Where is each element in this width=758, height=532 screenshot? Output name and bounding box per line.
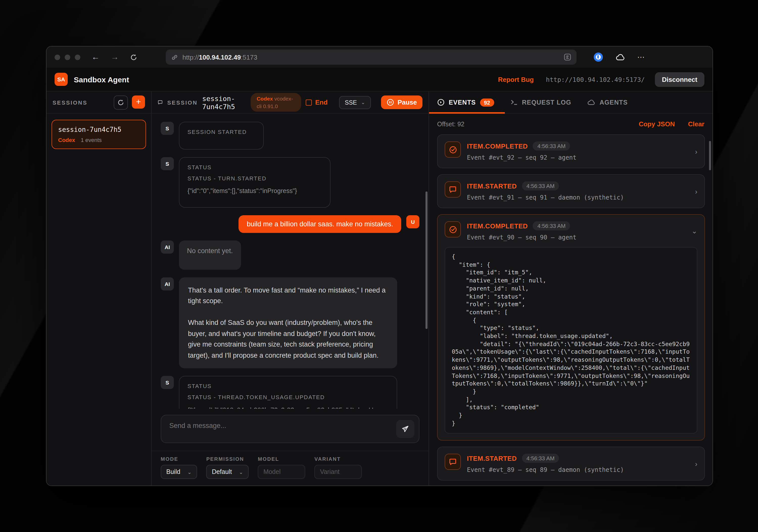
user-message-bubble: build me a billion dollar saas. make no … <box>239 215 401 233</box>
browser-window: ← → http://100.94.102.49:5173 ⋯ SA Sandb… <box>46 46 713 486</box>
report-bug-link[interactable]: Report Bug <box>498 76 534 83</box>
session-agent: Codex <box>58 137 75 143</box>
ai-message: AI No content yet. <box>161 241 419 270</box>
server-url: http://100.94.102.49:5173/ <box>546 76 645 83</box>
transport-select[interactable]: SSE ⌄ <box>339 96 371 109</box>
event-card[interactable]: ITEM.STARTED 4:56:33 AM Event #evt_89 – … <box>437 447 705 481</box>
variant-input[interactable] <box>314 465 362 479</box>
app-title: Sandbox Agent <box>74 75 129 83</box>
refresh-icon <box>117 99 124 106</box>
ai-avatar: AI <box>161 241 174 253</box>
paragraph: That's a tall order. To move fast and “m… <box>188 285 388 307</box>
agent-badge: Codex vcodex-cli 0.91.0 <box>251 93 301 112</box>
composer: MODE Build⌄ PERMISSION Default⌄ MODEL <box>152 409 429 486</box>
sessions-title: SESSIONS <box>52 99 87 105</box>
chat-bubble-icon <box>445 454 461 470</box>
chat-bubble-icon <box>445 182 461 198</box>
event-meta: Event #evt_91 – seq 91 – daemon (synthet… <box>467 194 624 201</box>
reload-icon[interactable] <box>130 53 137 61</box>
desktop-background: ← → http://100.94.102.49:5173 ⋯ SA Sandb… <box>0 0 758 532</box>
offset-label: Offset: 92 <box>437 120 465 128</box>
window-controls[interactable] <box>54 54 80 60</box>
session-panel: SESSION session-7un4c7h5 Codex vcodex-cl… <box>152 91 429 486</box>
check-circle-icon <box>445 142 461 158</box>
tab-agents[interactable]: AGENTS <box>587 99 628 106</box>
clear-button[interactable]: Clear <box>688 120 705 128</box>
model-input[interactable] <box>258 465 305 479</box>
system-message: S SESSION STARTED <box>161 122 419 150</box>
reader-view-icon[interactable] <box>564 53 571 61</box>
url-text: http://100.94.102.49:5173 <box>183 53 257 61</box>
event-meta: Event #evt_92 – seq 92 – agent <box>467 154 576 161</box>
event-time: 4:56:33 AM <box>522 182 559 190</box>
events-tabs: EVENTS 92 REQUEST LOG AGENTS <box>429 91 712 114</box>
chevron-down-icon: ⌄ <box>361 100 365 105</box>
chevron-down-icon: ⌄ <box>188 469 192 475</box>
chevron-right-icon[interactable]: › <box>695 147 697 155</box>
avatar: S <box>161 122 174 135</box>
new-session-button[interactable]: + <box>132 95 145 108</box>
message-label: STATUS <box>188 164 322 170</box>
chevron-down-icon[interactable]: ⌄ <box>692 227 697 235</box>
event-list[interactable]: ITEM.COMPLETED 4:56:33 AM Event #evt_92 … <box>429 133 712 482</box>
message-json: {"id":"0","items":[],"status":"inProgres… <box>188 186 322 196</box>
permission-label: PERMISSION <box>206 456 249 462</box>
forward-icon[interactable]: → <box>111 53 119 61</box>
tab-events[interactable]: EVENTS 92 <box>437 98 494 106</box>
sessions-sidebar: SESSIONS + session-7un4c7h5 Codex 1 even… <box>47 91 152 486</box>
permission-select[interactable]: Default⌄ <box>206 465 249 479</box>
refresh-sessions-button[interactable] <box>114 95 128 109</box>
speech-bubble-icon <box>158 99 163 106</box>
disconnect-button[interactable]: Disconnect <box>655 72 705 87</box>
chat-scrollbar[interactable] <box>426 191 428 329</box>
message-label: SESSION STARTED <box>188 129 255 135</box>
copy-json-button[interactable]: Copy JSON <box>639 120 675 128</box>
avatar: S <box>161 157 174 170</box>
session-header-name: session-7un4c7h5 <box>202 94 246 110</box>
message-label: STATUS <box>188 383 389 389</box>
cloud-icon[interactable] <box>615 53 625 61</box>
send-button[interactable] <box>396 420 414 438</box>
event-card-expanded[interactable]: ITEM.COMPLETED 4:56:33 AM Event #evt_90 … <box>437 214 705 441</box>
pause-circle-icon <box>386 99 394 106</box>
chevron-right-icon[interactable]: › <box>695 187 697 195</box>
toolbar-extensions: ⋯ <box>594 52 645 62</box>
link-icon <box>171 53 178 61</box>
event-title: ITEM.STARTED <box>467 455 517 462</box>
event-time: 4:56:33 AM <box>533 221 570 230</box>
chevron-down-icon: ⌄ <box>239 469 243 475</box>
session-event-count: 1 events <box>81 137 102 143</box>
event-card[interactable]: ITEM.COMPLETED 4:56:33 AM Event #evt_92 … <box>437 134 705 168</box>
end-session-button[interactable]: End <box>305 99 327 106</box>
minimize-window-button[interactable] <box>65 54 70 60</box>
zoom-window-button[interactable] <box>75 54 80 60</box>
mode-select[interactable]: Build⌄ <box>161 465 197 479</box>
address-bar[interactable]: http://100.94.102.49:5173 <box>166 50 576 65</box>
stop-icon <box>305 99 312 105</box>
pause-button[interactable]: Pause <box>381 95 423 109</box>
system-message: S STATUS STATUS - TURN.STARTED {"id":"0"… <box>161 157 419 208</box>
overflow-menu-icon[interactable]: ⋯ <box>637 52 645 62</box>
mode-label: MODE <box>161 456 197 462</box>
play-circle-icon <box>437 99 445 106</box>
app-header: SA Sandbox Agent Report Bug http://100.9… <box>47 68 712 91</box>
event-title: ITEM.COMPLETED <box>467 222 528 230</box>
message-input[interactable] <box>161 415 419 443</box>
message-sublabel: STATUS - THREAD.TOKEN_USAGE.UPDATED <box>188 394 389 400</box>
events-count-badge: 92 <box>480 98 494 106</box>
tab-request-log[interactable]: REQUEST LOG <box>510 99 571 106</box>
event-meta: Event #evt_90 – seq 90 – agent <box>467 234 576 241</box>
chevron-right-icon[interactable]: › <box>695 460 697 468</box>
back-icon[interactable]: ← <box>91 53 100 61</box>
close-window-button[interactable] <box>54 54 60 60</box>
message-list[interactable]: S SESSION STARTED S STATUS STATUS - TURN… <box>152 114 429 419</box>
password-manager-icon[interactable] <box>594 52 603 62</box>
active-tab-indicator <box>429 112 505 114</box>
event-card[interactable]: ITEM.STARTED 4:56:33 AM Event #evt_91 – … <box>437 174 705 208</box>
avatar: S <box>161 376 174 389</box>
events-scrollbar[interactable] <box>709 141 711 170</box>
session-list-item[interactable]: session-7un4c7h5 Codex 1 events <box>52 120 146 149</box>
ai-message-bubble: No content yet. <box>179 241 241 270</box>
paragraph: What kind of SaaS do you want (industry/… <box>188 317 388 361</box>
event-time: 4:56:33 AM <box>533 142 570 150</box>
